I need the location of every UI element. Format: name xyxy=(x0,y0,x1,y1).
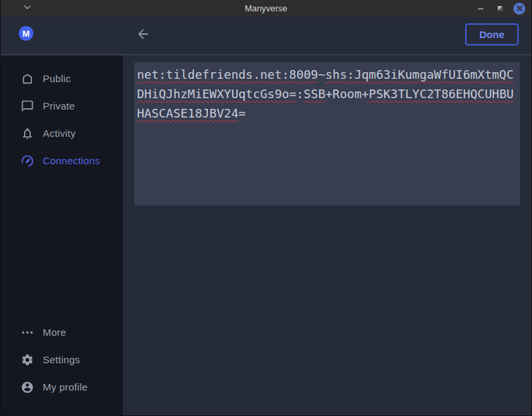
close-button[interactable] xyxy=(513,2,526,15)
back-button[interactable] xyxy=(135,27,151,43)
titlebar: Manyverse xyxy=(1,0,531,17)
sidebar-item-more[interactable]: More xyxy=(1,319,123,346)
bell-icon xyxy=(21,127,34,140)
app-header: M Done xyxy=(1,17,531,54)
profile-icon xyxy=(21,381,34,394)
gear-icon xyxy=(21,353,34,367)
sidebar-item-connections[interactable]: Connections xyxy=(1,147,123,174)
restore-icon xyxy=(497,3,504,15)
sidebar-item-public[interactable]: Public xyxy=(1,65,123,92)
ellipsis-icon xyxy=(21,326,34,339)
sidebar-item-label: Private xyxy=(43,100,75,112)
manyverse-window: Manyverse xyxy=(0,0,532,416)
invite-text-line: HASCASE18JBV24= xyxy=(137,103,517,123)
sidebar-item-label: Activity xyxy=(43,128,76,139)
done-button[interactable]: Done xyxy=(465,23,519,45)
minimize-icon xyxy=(477,3,484,15)
sidebar-item-label: Public xyxy=(43,73,71,84)
sidebar-item-my-profile[interactable]: My profile xyxy=(1,373,123,401)
chat-bubble-icon xyxy=(21,99,34,113)
sidebar-item-activity[interactable]: Activity xyxy=(1,120,123,147)
sidebar-item-label: My profile xyxy=(43,381,88,393)
sidebar-item-label: More xyxy=(43,327,66,338)
minimize-button[interactable] xyxy=(474,2,487,15)
sidebar-spacer xyxy=(1,174,123,319)
sidebar-item-label: Settings xyxy=(43,354,80,365)
home-icon xyxy=(21,72,34,85)
sidebar-item-private[interactable]: Private xyxy=(1,92,123,120)
arrow-left-icon xyxy=(136,27,150,44)
window-title: Manyverse xyxy=(1,3,531,13)
invite-text-line: net:tildefriends.net:8009~shs:Jqm63iKumg… xyxy=(137,65,517,84)
invite-code-textarea[interactable]: net:tildefriends.net:8009~shs:Jqm63iKumg… xyxy=(134,62,520,206)
gauge-icon xyxy=(21,154,34,168)
manyverse-logo: M xyxy=(19,26,33,41)
restore-button[interactable] xyxy=(493,2,507,15)
invite-text-line: DHiQJhzMiEWXYUqtcGs9o=:SSB+Room+PSK3TLYC… xyxy=(137,84,517,103)
sidebar-item-settings[interactable]: Settings xyxy=(1,346,123,373)
sidebar: Public Private Activity xyxy=(1,55,123,415)
sidebar-item-label: Connections xyxy=(43,155,100,166)
close-icon xyxy=(513,3,525,15)
main-content: net:tildefriends.net:8009~shs:Jqm63iKumg… xyxy=(123,55,531,415)
